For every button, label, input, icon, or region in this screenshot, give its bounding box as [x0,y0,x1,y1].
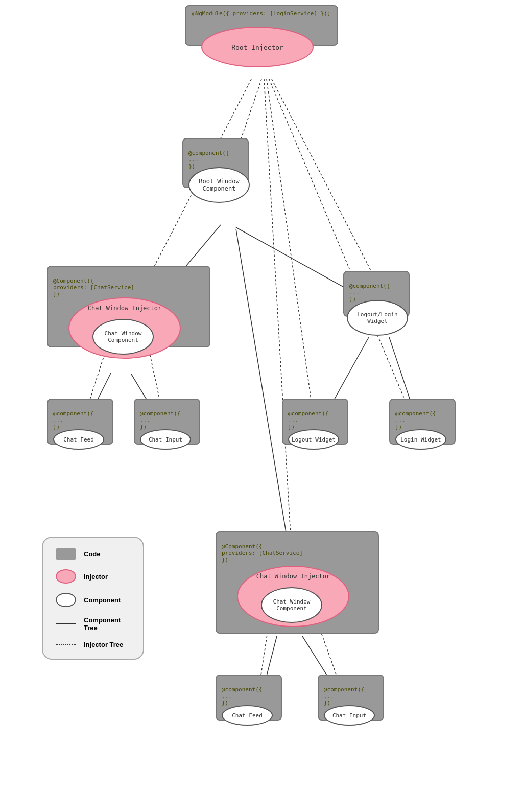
chat-input2-component: Chat Input [324,705,375,726]
svg-line-2 [272,79,379,286]
legend-component-icon [56,593,76,607]
logout-widget-component: Logout Widget [288,429,339,450]
chat-feed-code-box: @component({ ... }) Chat Feed [47,399,113,445]
chat-window-injector-ellipse: Chat Window Injector Chat Window Compone… [68,297,181,359]
chat-feed2-component: Chat Feed [222,705,273,726]
legend-injector-tree-label: Injector Tree [84,641,123,648]
legend-solid-line-icon [56,623,76,624]
legend-component-label: Component [84,596,121,604]
root-window-code-box: @component({ ... }) Root Window Componen… [182,138,249,188]
chat-window2-injector-ellipse: Chat Window Injector Chat Window Compone… [237,566,349,627]
login-widget-component: Login Widget [395,429,446,450]
legend-injector: Injector [56,569,130,584]
logout-login-widget: Logout/Login Widget [347,300,408,336]
legend-code-icon [56,548,76,560]
chat-window2-component: Chat Window Component [261,587,322,623]
chat-window-code-box: @Component({ providers: [ChatService] })… [47,266,210,347]
svg-line-15 [269,79,417,429]
root-window-component: Root Window Component [188,167,250,203]
legend-component-tree: Component Tree [56,616,130,632]
legend-injector-icon [56,569,76,584]
svg-line-3 [264,79,292,562]
legend: Code Injector Component Component Tree I… [42,537,144,660]
legend-injector-tree: Injector Tree [56,641,130,648]
svg-line-14 [267,79,315,429]
chat-input-code-box: @component({ ... }) Chat Input [134,399,200,445]
legend-code-label: Code [84,550,101,558]
logout-login-code-box: @component({ ... }) Logout/Login Widget [343,271,410,317]
chat-feed2-code-box: @component({ ... }) Chat Feed [216,675,282,721]
legend-component: Component [56,593,130,607]
chat-window2-code-box: @Component({ providers: [ChatService] })… [216,531,379,634]
logout-widget-code-box: @component({ ... }) Logout Widget [282,399,348,445]
root-injector-code-box: @NgModule({ providers: [LoginService] })… [185,5,338,46]
root-injector-ellipse: Root Injector [201,27,314,67]
chat-feed-component: Chat Feed [53,429,104,450]
legend-dotted-line-icon [56,644,76,645]
legend-code: Code [56,548,130,560]
login-widget-code-box: @component({ ... }) Login Widget [389,399,456,445]
chat-input-component: Chat Input [140,429,191,450]
legend-component-tree-label: Component Tree [84,616,130,632]
legend-injector-label: Injector [84,573,108,581]
chat-window-component: Chat Window Component [92,319,154,355]
chat-input2-code-box: @component({ ... }) Chat Input [318,675,384,721]
